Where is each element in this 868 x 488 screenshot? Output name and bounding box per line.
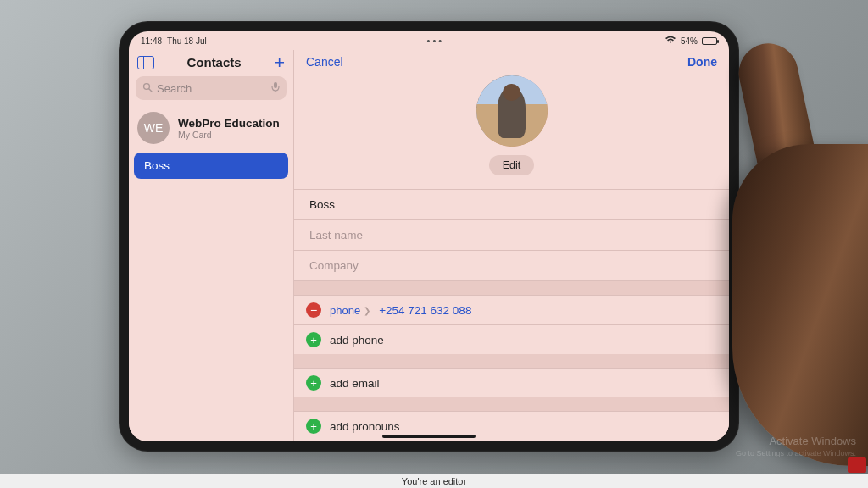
add-contact-button[interactable]: + bbox=[274, 56, 285, 69]
search-icon bbox=[142, 82, 153, 95]
sidebar-title: Contacts bbox=[161, 55, 267, 69]
windows-watermark: Activate Windows Go to Settings to activ… bbox=[736, 435, 856, 459]
wifi-icon bbox=[665, 36, 676, 46]
add-email-icon: + bbox=[306, 375, 321, 391]
done-button[interactable]: Done bbox=[687, 55, 717, 69]
svg-rect-2 bbox=[274, 82, 277, 88]
ipad-screen: 11:48 Thu 18 Jul ••• 54% Contacts + bbox=[129, 31, 729, 441]
contacts-sidebar: Contacts + Search WE WebPro Education bbox=[129, 50, 294, 441]
contact-edit-pane: Cancel Done Edit Boss Last name Company bbox=[294, 50, 729, 441]
status-date: Thu 18 Jul bbox=[167, 36, 207, 46]
battery-percent: 54% bbox=[681, 36, 698, 46]
watermark-title: Activate Windows bbox=[736, 435, 856, 449]
home-indicator[interactable] bbox=[382, 435, 476, 438]
add-email-label: add email bbox=[330, 377, 380, 390]
contact-photo[interactable] bbox=[476, 75, 548, 147]
my-card-row[interactable]: WE WebPro Education My Card bbox=[129, 107, 293, 152]
phone-kind-selector[interactable]: phone ❯ bbox=[330, 304, 370, 317]
add-phone-label: add phone bbox=[330, 334, 384, 347]
bottom-toolbar: You're an editor bbox=[0, 474, 868, 488]
ipad-device-frame: 11:48 Thu 18 Jul ••• 54% Contacts + bbox=[119, 21, 739, 452]
mic-icon[interactable] bbox=[271, 81, 280, 96]
sidebar-toggle-icon[interactable] bbox=[137, 56, 154, 69]
add-phone-icon: + bbox=[306, 332, 321, 347]
phone-value[interactable]: +254 721 632 088 bbox=[379, 304, 471, 317]
search-placeholder: Search bbox=[157, 82, 192, 95]
watermark-sub: Go to Settings to activate Windows. bbox=[736, 449, 856, 459]
my-card-name: WebPro Education bbox=[178, 117, 280, 130]
search-input[interactable]: Search bbox=[136, 76, 287, 100]
company-field[interactable]: Company bbox=[294, 250, 729, 281]
last-name-field[interactable]: Last name bbox=[294, 219, 729, 250]
contact-list-item-selected[interactable]: Boss bbox=[134, 152, 288, 179]
edit-photo-button[interactable]: Edit bbox=[489, 155, 535, 175]
add-pronouns-row[interactable]: + add pronouns bbox=[294, 411, 729, 441]
phone-row[interactable]: − phone ❯ +254 721 632 088 bbox=[294, 295, 729, 324]
chevron-right-icon: ❯ bbox=[364, 306, 370, 315]
add-pronouns-label: add pronouns bbox=[330, 420, 400, 433]
first-name-field[interactable]: Boss bbox=[294, 189, 729, 219]
my-card-avatar: WE bbox=[137, 112, 170, 144]
battery-icon bbox=[702, 37, 717, 45]
add-phone-row[interactable]: + add phone bbox=[294, 324, 729, 354]
status-pill-dots: ••• bbox=[207, 36, 665, 46]
cancel-button[interactable]: Cancel bbox=[306, 55, 343, 69]
add-pronouns-icon: + bbox=[306, 419, 321, 434]
recorder-badge bbox=[848, 458, 866, 473]
status-time: 11:48 bbox=[141, 36, 162, 46]
remove-phone-icon[interactable]: − bbox=[306, 302, 321, 318]
my-card-sub: My Card bbox=[178, 130, 280, 140]
status-bar: 11:48 Thu 18 Jul ••• 54% bbox=[129, 31, 729, 50]
svg-line-1 bbox=[149, 88, 152, 91]
add-email-row[interactable]: + add email bbox=[294, 368, 729, 397]
